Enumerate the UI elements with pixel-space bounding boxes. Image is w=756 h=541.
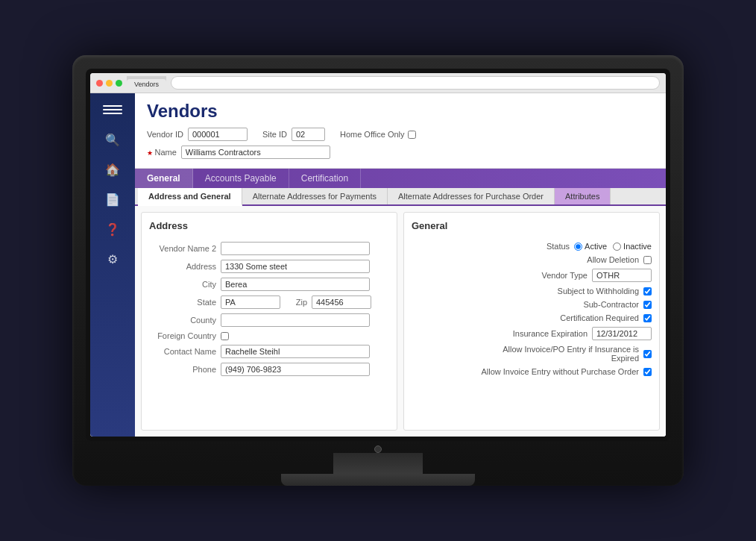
- tab-accounts-payable[interactable]: Accounts Payable: [193, 169, 289, 188]
- main-content: Vendors Vendor ID Site ID Home: [135, 93, 666, 437]
- vendor-id-group: Vendor ID: [147, 128, 248, 141]
- browser-tab[interactable]: Vendors: [127, 79, 166, 90]
- vendor-id-input[interactable]: [188, 128, 248, 141]
- close-button[interactable]: [96, 80, 103, 87]
- insurance-expiration-input[interactable]: [592, 327, 652, 340]
- tab-certification[interactable]: Certification: [289, 169, 361, 188]
- sub-contractor-row: Sub-Contractor: [412, 300, 652, 309]
- hamburger-line-1: [103, 105, 122, 107]
- state-input[interactable]: [221, 295, 280, 309]
- status-label: Status: [546, 242, 570, 251]
- screen-bezel: Vendors 🔍 🏠 📄 ❓: [86, 69, 670, 441]
- tab-alt-addresses-po[interactable]: Alternate Addresses for Purchase Order: [388, 188, 555, 204]
- vendor-type-row: Vendor Type: [412, 269, 652, 282]
- certification-required-checkbox[interactable]: [643, 314, 652, 322]
- phone-row: Phone: [149, 363, 389, 376]
- contact-name-row: Contact Name: [149, 345, 389, 358]
- traffic-lights: [96, 80, 122, 87]
- search-icon[interactable]: 🔍: [99, 126, 126, 153]
- secondary-tabs: Address and General Alternate Addresses …: [135, 188, 666, 206]
- status-active-option: Active: [574, 242, 607, 251]
- vendor-type-label: Vendor Type: [541, 271, 588, 280]
- document-icon[interactable]: 📄: [99, 186, 126, 213]
- allow-invoice-po-row: Allow Invoice/PO Entry if Insurance is E…: [412, 345, 652, 363]
- help-icon[interactable]: ❓: [99, 216, 126, 243]
- monitor-power-light: [374, 445, 382, 453]
- address-title: Address: [149, 220, 389, 234]
- name-input[interactable]: [181, 146, 330, 159]
- name-label: Name: [147, 148, 177, 157]
- status-radio-group: Active Inactive: [574, 242, 652, 251]
- status-row: Status Active Inactive: [412, 242, 652, 251]
- browser-tab-bar: Vendors: [127, 76, 166, 90]
- sub-contractor-checkbox[interactable]: [643, 301, 652, 309]
- vendor-name2-input[interactable]: [221, 242, 370, 255]
- settings-icon[interactable]: ⚙: [99, 246, 126, 272]
- status-inactive-option: Inactive: [613, 242, 652, 251]
- general-title: General: [412, 220, 652, 234]
- app-header: Vendors Vendor ID Site ID Home: [135, 93, 666, 169]
- insurance-expiration-row: Insurance Expiration: [412, 327, 652, 340]
- tab-alt-addresses-payments[interactable]: Alternate Addresses for Payments: [242, 188, 388, 204]
- state-label: State: [149, 298, 216, 307]
- status-active-radio[interactable]: [574, 243, 582, 251]
- name-fields: Name: [147, 146, 654, 159]
- app-container: 🔍 🏠 📄 ❓ ⚙ Vendors Vendor ID: [90, 93, 666, 437]
- home-office-label: Home Office Only: [340, 130, 405, 139]
- status-inactive-label: Inactive: [623, 242, 652, 251]
- name-group: Name: [147, 146, 330, 159]
- browser-bar: Vendors: [90, 73, 666, 93]
- allow-invoice-po-checkbox[interactable]: [643, 350, 652, 358]
- subject-withholding-checkbox[interactable]: [643, 287, 652, 295]
- site-id-input[interactable]: [292, 128, 325, 141]
- vendor-id-label: Vendor ID: [147, 130, 183, 139]
- phone-label: Phone: [149, 365, 216, 374]
- url-bar[interactable]: [171, 76, 660, 90]
- zip-label: Zip: [285, 298, 307, 307]
- home-office-checkbox[interactable]: [408, 131, 416, 139]
- foreign-country-label: Foreign Country: [149, 331, 216, 340]
- tab-address-general[interactable]: Address and General: [138, 188, 242, 206]
- allow-deletion-label: Allow Deletion: [587, 255, 639, 264]
- subject-withholding-label: Subject to Withholding: [558, 287, 639, 295]
- insurance-expiration-label: Insurance Expiration: [513, 329, 588, 338]
- monitor-neck: [333, 453, 423, 474]
- address-label: Address: [149, 262, 216, 271]
- vendor-type-input[interactable]: [592, 269, 652, 282]
- site-id-group: Site ID: [262, 128, 325, 141]
- general-section: General Status Active: [403, 212, 660, 431]
- tab-attributes[interactable]: Attributes: [555, 188, 611, 204]
- status-inactive-radio[interactable]: [613, 243, 621, 251]
- allow-deletion-checkbox[interactable]: [643, 256, 652, 264]
- hamburger-line-2: [103, 109, 122, 110]
- city-row: City: [149, 278, 389, 291]
- address-section: Address Vendor Name 2 Address City: [141, 212, 397, 431]
- primary-tabs: General Accounts Payable Certification: [135, 169, 666, 188]
- menu-button[interactable]: [99, 99, 126, 120]
- phone-input[interactable]: [221, 363, 370, 376]
- vendor-name2-row: Vendor Name 2: [149, 242, 389, 255]
- tab-general[interactable]: General: [135, 169, 193, 188]
- county-row: County: [149, 313, 389, 327]
- allow-deletion-row: Allow Deletion: [412, 255, 652, 264]
- certification-required-row: Certification Required: [412, 313, 652, 322]
- contact-name-input[interactable]: [221, 345, 370, 358]
- allow-invoice-entry-checkbox[interactable]: [643, 368, 652, 376]
- minimize-button[interactable]: [106, 80, 113, 87]
- site-id-label: Site ID: [262, 130, 287, 139]
- foreign-country-row: Foreign Country: [149, 331, 389, 340]
- header-fields: Vendor ID Site ID Home Office Only: [147, 128, 654, 141]
- city-input[interactable]: [221, 278, 370, 291]
- monitor: Vendors 🔍 🏠 📄 ❓: [72, 55, 684, 486]
- allow-invoice-entry-label: Allow Invoice Entry without Purchase Ord…: [481, 367, 639, 376]
- county-input[interactable]: [221, 313, 370, 327]
- maximize-button[interactable]: [116, 80, 122, 87]
- county-label: County: [149, 316, 216, 325]
- allow-invoice-po-label: Allow Invoice/PO Entry if Insurance is E…: [475, 345, 639, 363]
- home-icon[interactable]: 🏠: [99, 156, 126, 183]
- foreign-country-checkbox[interactable]: [221, 332, 229, 340]
- contact-name-label: Contact Name: [149, 347, 216, 356]
- zip-input[interactable]: [312, 295, 371, 309]
- home-office-group: Home Office Only: [340, 130, 416, 139]
- address-input[interactable]: [221, 260, 370, 273]
